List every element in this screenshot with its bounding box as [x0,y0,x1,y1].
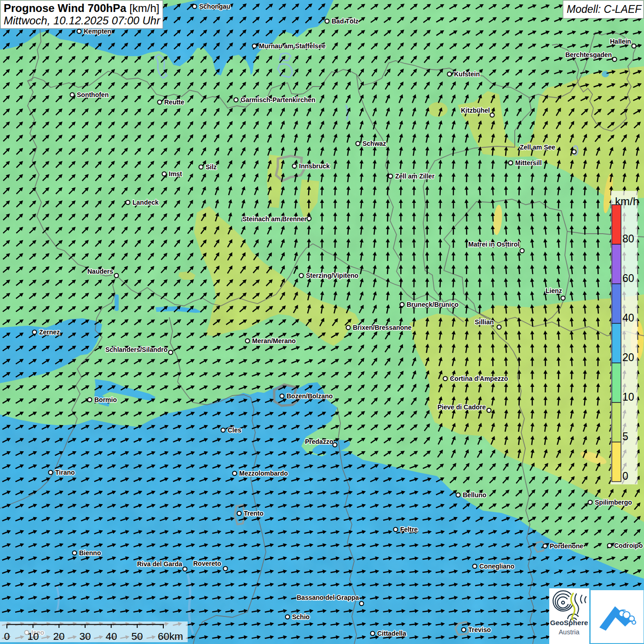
svg-text:Schongau: Schongau [199,3,230,10]
svg-text:Pordenone: Pordenone [550,542,583,550]
svg-text:30: 30 [79,631,91,642]
svg-text:Rovereto: Rovereto [193,560,221,567]
svg-text:40: 40 [105,631,117,642]
svg-text:80: 80 [622,233,634,245]
svg-text:Cittadella: Cittadella [377,630,406,637]
svg-text:Cles: Cles [228,426,242,434]
svg-text:Riva del Garda: Riva del Garda [137,560,182,568]
svg-text:Reutte: Reutte [164,98,184,106]
svg-text:Hallein: Hallein [610,38,631,45]
svg-text:Bad Tölz: Bad Tölz [332,17,358,25]
svg-text:Sonthofen: Sonthofen [77,91,109,98]
svg-text:0: 0 [4,631,10,642]
svg-text:Mezzolombardo: Mezzolombardo [239,470,288,477]
svg-text:0: 0 [622,470,628,482]
svg-text:Codroipo: Codroipo [614,542,643,549]
svg-text:Kitzbühel: Kitzbühel [461,107,490,114]
svg-text:Austria: Austria [558,628,580,636]
svg-text:Meran/Merano: Meran/Merano [252,337,296,345]
svg-text:Zernez: Zernez [39,328,60,336]
svg-text:Feltre: Feltre [400,526,418,533]
svg-text:Murnau am Staffelsee: Murnau am Staffelsee [259,42,326,50]
svg-text:5: 5 [622,431,628,443]
svg-text:Conegliano: Conegliano [479,563,514,570]
svg-text:Bassano del Grappa: Bassano del Grappa [297,594,359,601]
svg-text:Schwaz: Schwaz [362,140,386,147]
svg-text:Mittersill: Mittersill [515,159,542,167]
svg-text:Mittwoch, 10.12.2025 07:00 Uhr: Mittwoch, 10.12.2025 07:00 Uhr [4,14,161,27]
svg-text:10: 10 [27,631,39,642]
svg-text:Tirano: Tirano [55,469,75,476]
svg-text:Pieve di Cadore: Pieve di Cadore [437,403,486,411]
svg-text:60km: 60km [158,631,183,642]
svg-text:Prognose Wind 700hPa [km/h]: Prognose Wind 700hPa [km/h] [4,2,160,14]
svg-text:Treviso: Treviso [468,626,491,633]
svg-text:Bormio: Bormio [94,396,117,403]
svg-text:Matrei in Osttirol: Matrei in Osttirol [468,241,519,248]
svg-text:Landeck: Landeck [132,199,159,206]
svg-text:Sterzing/Vipiteno: Sterzing/Vipiteno [306,272,358,279]
svg-text:Cortina d'Ampezzo: Cortina d'Ampezzo [450,375,508,382]
svg-text:Predazzo: Predazzo [305,438,333,445]
svg-text:20: 20 [622,351,634,363]
svg-text:Sillian: Sillian [475,318,494,326]
svg-text:Zell am Ziller: Zell am Ziller [395,172,435,180]
svg-text:Kufstein: Kufstein [454,70,480,78]
svg-text:10: 10 [622,391,634,403]
svg-text:Garmisch-Partenkirchen: Garmisch-Partenkirchen [241,96,316,104]
svg-text:Belluno: Belluno [463,491,486,499]
svg-text:60: 60 [622,272,634,284]
svg-text:Brixen/Bressanone: Brixen/Bressanone [353,324,412,331]
svg-text:20: 20 [53,631,64,642]
svg-text:Steinach am Brenner: Steinach am Brenner [242,215,307,223]
svg-text:Bienno: Bienno [79,549,101,557]
svg-text:Berchtesgaden: Berchtesgaden [565,51,612,58]
svg-text:Silz: Silz [206,163,217,171]
svg-text:Modell: C-LAEF: Modell: C-LAEF [567,3,642,15]
svg-text:Spilimbergo: Spilimbergo [595,499,632,506]
svg-text:Bozen/Bolzano: Bozen/Bolzano [287,392,333,400]
svg-text:Trento: Trento [244,510,264,517]
svg-text:GeoSphere: GeoSphere [550,619,588,627]
svg-text:50: 50 [131,631,143,642]
svg-text:Zell am See: Zell am See [520,144,555,151]
svg-text:Imst: Imst [169,170,182,178]
svg-text:Bruneck/Brunico: Bruneck/Brunico [407,301,459,308]
svg-text:Schlanders/Silandro: Schlanders/Silandro [105,346,167,353]
svg-text:Lienz: Lienz [546,287,562,294]
svg-text:Innsbruck: Innsbruck [299,162,330,170]
svg-text:Nauders: Nauders [87,268,113,275]
svg-text:Schio: Schio [292,613,310,621]
svg-text:40: 40 [622,312,634,324]
